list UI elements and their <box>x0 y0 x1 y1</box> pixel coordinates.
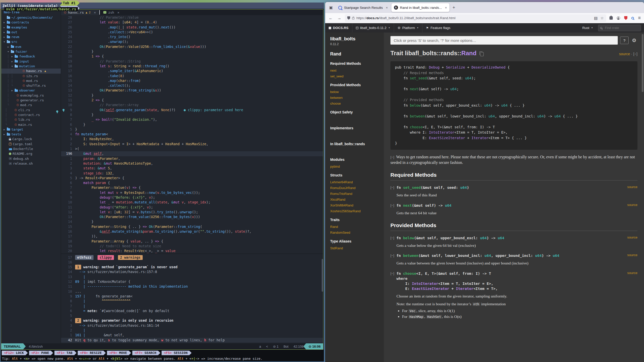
tree-item[interactable]: │ lib.rs <box>1 117 61 122</box>
tree-item[interactable]: │ │ i2s.rs <box>1 74 61 78</box>
source-link[interactable]: source <box>627 271 637 275</box>
keybar-ribbon[interactable]: <F7> SEARCH <box>132 351 160 355</box>
close-icon[interactable]: × <box>117 11 119 14</box>
source-link[interactable]: source <box>627 185 637 189</box>
sidebar-link[interactable]: below <box>330 90 380 94</box>
tree-item[interactable]: ▾fuzzer <box>1 49 61 54</box>
account-icon[interactable] <box>616 16 621 20</box>
collapse-toggle[interactable]: [−] <box>390 235 394 240</box>
tree-item[interactable]: ▾src <box>1 39 61 44</box>
chevron-icon[interactable]: ▾ <box>3 39 7 44</box>
docsrs-brand[interactable]: DOCS.RS <box>325 23 352 33</box>
copy-path-icon[interactable] <box>479 51 482 55</box>
sidebar-section-heading[interactable]: Implementors <box>330 126 380 131</box>
source-link[interactable]: source <box>627 253 637 257</box>
settings-gear-icon[interactable]: ⚙ <box>631 37 637 43</box>
terminal-buffer[interactable]: 17ethfuzz clippy 2 warnings16151 warning… <box>61 255 323 343</box>
tree-item[interactable]: ▸examples <box>1 25 61 30</box>
source-link[interactable]: source <box>627 203 637 207</box>
source-link[interactable]: source <box>627 235 637 239</box>
keybar-ribbon[interactable]: <F1> TAB <box>54 351 77 355</box>
new-tab-button[interactable]: + <box>450 5 457 10</box>
sidebar-section-heading[interactable]: Object Safety <box>330 110 380 115</box>
keybar-ribbon[interactable]: <F5> SESSION <box>162 351 192 355</box>
tree-item[interactable]: Dockerfile <box>1 146 61 151</box>
sidebar-crate-name[interactable]: libafl_bolts <box>330 36 380 42</box>
sidebar-trait-name[interactable]: Rand <box>330 51 380 57</box>
sidebar-section-heading[interactable]: Modules <box>330 157 380 162</box>
sidebar-link[interactable]: XkcdRand <box>330 198 380 201</box>
collapse-toggle[interactable]: [−] <box>390 185 394 190</box>
sidebar-link[interactable]: RomuDuoJrRand <box>330 186 380 190</box>
chevron-icon[interactable]: ▸ <box>7 44 11 49</box>
lock-icon[interactable] <box>352 18 354 19</box>
sidebar-link[interactable]: next <box>330 69 380 72</box>
tree-item[interactable]: │ generator.rs <box>1 98 61 103</box>
tree-item[interactable]: └ mod.rs <box>1 103 61 107</box>
sidebar-section-heading[interactable]: Type Aliases <box>330 239 380 244</box>
tree-item[interactable]: ›release.sh <box>1 161 61 166</box>
collapse-toggle[interactable]: [−] <box>390 155 394 159</box>
browser-tab[interactable]: RRand in libafl_bolts::rands...× <box>391 3 450 12</box>
tree-item[interactable]: │ ▸feedback <box>1 54 61 59</box>
chevron-icon[interactable]: ▸ <box>3 25 7 30</box>
sidebar-section-heading[interactable]: Traits <box>330 218 380 222</box>
platform-menu[interactable]: ⚙Platform▼ <box>394 23 422 33</box>
scrollbar-thumb[interactable] <box>322 259 323 292</box>
chevron-icon[interactable]: ▸ <box>3 127 7 132</box>
tracking-shield-icon[interactable] <box>347 16 350 20</box>
chevron-icon[interactable]: ▸ <box>3 20 7 25</box>
tree-item[interactable]: ▸target <box>1 127 61 132</box>
tree-item[interactable]: ›debug.sh <box>1 156 61 161</box>
chevron-icon[interactable]: ▸ <box>11 54 15 59</box>
tree-item[interactable]: │ │ havoc.rs▲ <box>1 69 61 73</box>
sidebar-section-heading[interactable]: Structs <box>330 173 380 178</box>
keybar-ribbon[interactable]: <F2> PANE <box>29 351 53 355</box>
chevron-icon[interactable]: ▾ <box>11 64 15 69</box>
sidebar-section-heading[interactable]: Provided Methods <box>330 83 380 87</box>
keybar-ribbon[interactable]: <F8> RESIZE <box>78 351 106 355</box>
sidebar-link[interactable]: between <box>330 96 380 100</box>
sidebar-link[interactable]: RandomSeed <box>330 231 380 234</box>
sidebar-section-heading[interactable]: In libafl_bolts::rands <box>330 142 380 146</box>
tree-item[interactable]: │ contract.rs <box>1 112 61 117</box>
chevron-icon[interactable]: ▸ <box>11 88 15 93</box>
tree-item[interactable]: │ cli.rs <box>1 108 61 112</box>
tree-item[interactable]: │ │ mod.rs <box>1 78 61 83</box>
feature-flags-link[interactable]: ⚑Feature flags <box>422 23 454 33</box>
help-button[interactable]: ? <box>620 37 629 44</box>
sidebar-link[interactable]: RomuTrioRand <box>330 192 380 196</box>
editor-buffer[interactable]: 28 // Parameter::Value27 let value: [u64… <box>61 15 323 254</box>
tree-item[interactable]: └ main.rs <box>1 122 61 127</box>
startpage-ext-icon[interactable] <box>631 17 635 19</box>
tree-item[interactable]: │ ▸input <box>1 59 61 64</box>
keybar-ribbon[interactable]: <F12> LOCK <box>2 351 28 355</box>
tree-item[interactable]: ▸tests <box>1 132 61 137</box>
chevron-icon[interactable]: ▸ <box>3 35 7 39</box>
back-button[interactable]: ← <box>328 16 334 20</box>
browser-tab[interactable]: Startpage Search Results× <box>336 3 390 12</box>
source-link[interactable]: source <box>619 52 630 56</box>
keybar-ribbon[interactable]: <F9> MOVE <box>107 351 131 355</box>
sidebar-link[interactable]: Xoshiro256StarRand <box>330 209 380 213</box>
tree-item[interactable]: TCargo.toml <box>1 142 61 146</box>
chevron-icon[interactable]: ▸ <box>11 59 15 64</box>
firefox-view-icon[interactable]: ▣ <box>327 4 335 11</box>
chevron-icon[interactable]: ▸ <box>3 30 7 35</box>
tree-item[interactable]: ▸contracts <box>1 20 61 25</box>
close-icon[interactable]: × <box>385 6 388 10</box>
zellij-tab[interactable]: Tab #1 <box>60 1 80 6</box>
collapse-toggle[interactable]: [−] <box>390 271 394 276</box>
forward-button[interactable]: → <box>336 16 342 20</box>
find-crate-input[interactable] <box>598 25 641 31</box>
collapse-toggle[interactable]: [−] <box>390 203 394 208</box>
tree-item[interactable]: │ ▸observer <box>1 88 61 93</box>
tree-item[interactable]: Cargo.lock <box>1 137 61 141</box>
sidebar-section-heading[interactable]: Required Methods <box>330 61 380 66</box>
sidebar-link[interactable]: Lehmer64Rand <box>330 180 380 184</box>
buffer-tab[interactable]: ›zsh× <box>100 10 122 15</box>
tree-item[interactable]: ▸evm <box>1 44 61 49</box>
sidebar-link[interactable]: XorShift64Rand <box>330 203 380 207</box>
window-separator[interactable] <box>61 254 323 255</box>
tree-item[interactable]: ▸revm <box>1 35 61 39</box>
